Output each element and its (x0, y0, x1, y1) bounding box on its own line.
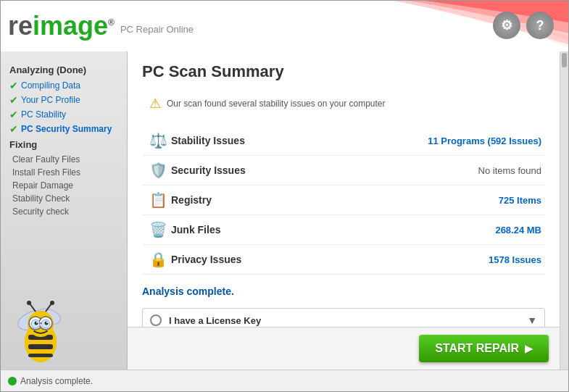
sidebar: Analyzing (Done) ✔ Compiling Data ✔ Your… (1, 51, 128, 370)
svg-line-16 (30, 304, 36, 312)
svg-point-19 (50, 301, 54, 305)
sidebar-item-label: Your PC Profile (21, 95, 80, 105)
sidebar-item-compiling[interactable]: ✔ Compiling Data (1, 78, 127, 93)
svg-point-11 (35, 322, 38, 325)
sidebar-item-label: Compiling Data (21, 80, 80, 91)
registry-row: 📋 Registry 725 Items (142, 185, 545, 215)
security-label: Security Issues (171, 164, 478, 176)
check-icon: ✔ (9, 123, 18, 135)
repair-bar: START REPAIR ▶ (128, 327, 560, 370)
bee-container (8, 295, 88, 370)
footer-status: Analysis complete. (8, 376, 93, 386)
junk-value[interactable]: 268.24 MB (495, 225, 541, 235)
check-icon: ✔ (9, 80, 18, 91)
sidebar-item-security-summary[interactable]: ✔ PC Security Summary (1, 122, 127, 136)
security-row: 🛡️ Security Issues No items found (142, 156, 545, 185)
play-icon: ▶ (525, 343, 533, 354)
help-button[interactable]: ? (526, 12, 554, 39)
content: PC Scan Summary ⚠ Our scan found several… (128, 51, 560, 370)
sidebar-item-label: PC Security Summary (21, 124, 112, 134)
logo-re: re (8, 11, 33, 41)
start-repair-button[interactable]: START REPAIR ▶ (419, 335, 549, 362)
privacy-row: 🔒 Privacy Issues 1578 Issues (142, 245, 545, 275)
warning-text: Our scan found several stability issues … (167, 99, 385, 109)
footer-status-text: Analysis complete. (20, 376, 93, 386)
stability-value[interactable]: 11 Programs (592 Issues) (428, 135, 541, 146)
license-text: I have a License Key (169, 315, 527, 326)
main-area: Analyzing (Done) ✔ Compiling Data ✔ Your… (1, 51, 568, 370)
header-icons: ⚙ ? (493, 12, 554, 39)
privacy-icon: 🔒 (146, 251, 171, 268)
scrollbar[interactable] (560, 51, 568, 370)
stability-row: ⚖️ Stability Issues 11 Programs (592 Iss… (142, 126, 545, 156)
privacy-value[interactable]: 1578 Issues (489, 254, 541, 265)
privacy-link[interactable]: 1578 Issues (489, 254, 541, 265)
content-inner: PC Scan Summary ⚠ Our scan found several… (128, 51, 560, 327)
sidebar-item-label: PC Stability (21, 109, 66, 120)
settings-button[interactable]: ⚙ (493, 12, 520, 39)
junk-label: Junk Files (171, 224, 495, 235)
warning-bar: ⚠ Our scan found several stability issue… (142, 90, 545, 117)
logo-text: reimage® (8, 11, 115, 41)
check-icon: ✔ (9, 94, 18, 106)
fixing-title: Fixing (1, 136, 127, 153)
shield-icon: 🛡️ (146, 162, 171, 179)
registry-label: Registry (171, 194, 499, 206)
fixing-item-security[interactable]: Security check (1, 205, 127, 218)
footer: Analysis complete. (1, 370, 568, 391)
analyzing-title: Analyzing (Done) (1, 59, 127, 78)
status-dot-icon (8, 377, 17, 385)
check-icon: ✔ (9, 109, 18, 120)
stability-link[interactable]: 11 Programs (592 Issues) (428, 135, 541, 146)
license-radio[interactable] (150, 314, 162, 326)
license-row[interactable]: I have a License Key ▼ (142, 308, 545, 327)
sidebar-item-profile[interactable]: ✔ Your PC Profile (1, 93, 127, 107)
stability-label: Stability Issues (171, 135, 428, 146)
fixing-item-stability[interactable]: Stability Check (1, 192, 127, 205)
logo-reg: ® (108, 17, 115, 28)
sidebar-item-stability[interactable]: ✔ PC Stability (1, 107, 127, 122)
svg-rect-4 (28, 344, 53, 349)
svg-point-12 (45, 322, 49, 325)
warning-icon: ⚠ (149, 96, 161, 112)
svg-point-17 (27, 301, 31, 305)
registry-value[interactable]: 725 Items (499, 195, 541, 206)
registry-link[interactable]: 725 Items (499, 195, 541, 206)
fixing-item-install[interactable]: Install Fresh Files (1, 166, 127, 179)
registry-icon: 📋 (146, 191, 171, 209)
app-window: reimage® PC Repair Online ⚙ ? Analyzing … (0, 0, 569, 392)
fixing-item-clear[interactable]: Clear Faulty Files (1, 153, 127, 166)
junk-row: 🗑️ Junk Files 268.24 MB (142, 215, 545, 245)
junk-link[interactable]: 268.24 MB (495, 225, 541, 235)
svg-point-14 (46, 322, 48, 323)
svg-rect-5 (28, 354, 53, 357)
bee-icon (8, 295, 88, 367)
scale-icon: ⚖️ (146, 132, 171, 149)
analysis-complete-text: Analysis complete. (142, 282, 545, 301)
page-title: PC Scan Summary (142, 62, 545, 81)
logo-subtitle: PC Repair Online (120, 24, 194, 35)
chevron-down-icon: ▼ (527, 314, 537, 326)
security-value: No items found (478, 165, 541, 176)
privacy-label: Privacy Issues (171, 254, 489, 265)
fixing-item-repair[interactable]: Repair Damage (1, 179, 127, 192)
logo-area: reimage® PC Repair Online (8, 11, 194, 41)
trash-icon: 🗑️ (146, 221, 171, 238)
header: reimage® PC Repair Online ⚙ ? (1, 1, 568, 51)
repair-button-label: START REPAIR (435, 342, 519, 355)
svg-point-13 (36, 322, 38, 323)
logo-image: image (33, 11, 108, 41)
